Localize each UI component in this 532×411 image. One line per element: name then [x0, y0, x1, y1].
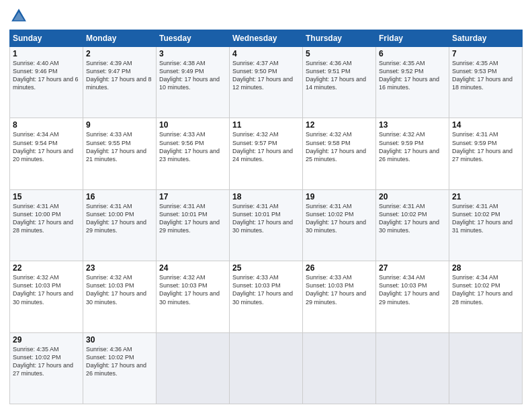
day-info: Sunrise: 4:37 AMSunset: 9:50 PMDaylight:… [232, 59, 300, 92]
day-number: 2 [86, 49, 153, 58]
day-info: Sunrise: 4:34 AMSunset: 10:02 PMDaylight… [452, 273, 519, 306]
day-number: 26 [306, 263, 373, 273]
calendar-cell [157, 332, 230, 404]
day-info: Sunrise: 4:39 AMSunset: 9:47 PMDaylight:… [86, 59, 153, 92]
calendar-cell [303, 332, 376, 404]
day-info: Sunrise: 4:31 AMSunset: 10:00 PMDaylight… [86, 202, 153, 235]
calendar-cell [376, 332, 449, 404]
weekday-header: Sunday [10, 30, 83, 47]
calendar-cell: 17Sunrise: 4:31 AMSunset: 10:01 PMDaylig… [157, 189, 230, 261]
day-number: 17 [159, 192, 226, 201]
day-info: Sunrise: 4:32 AMSunset: 10:03 PMDaylight… [159, 273, 226, 306]
calendar-cell: 28Sunrise: 4:34 AMSunset: 10:02 PMDaylig… [449, 261, 523, 332]
day-number: 28 [452, 263, 519, 273]
day-number: 27 [379, 263, 446, 273]
weekday-header: Tuesday [157, 30, 230, 47]
calendar-cell: 21Sunrise: 4:31 AMSunset: 10:02 PMDaylig… [449, 189, 523, 261]
weekday-header: Thursday [303, 30, 376, 47]
day-info: Sunrise: 4:32 AMSunset: 9:59 PMDaylight:… [379, 130, 446, 163]
calendar-cell: 10Sunrise: 4:33 AMSunset: 9:56 PMDayligh… [157, 118, 230, 189]
calendar-cell: 4Sunrise: 4:37 AMSunset: 9:50 PMDaylight… [230, 47, 303, 118]
day-info: Sunrise: 4:40 AMSunset: 9:46 PMDaylight:… [13, 59, 80, 92]
calendar-cell: 24Sunrise: 4:32 AMSunset: 10:03 PMDaylig… [157, 261, 230, 332]
day-number: 14 [452, 120, 519, 130]
day-number: 7 [452, 49, 519, 58]
day-number: 9 [86, 120, 153, 130]
day-number: 3 [159, 49, 226, 58]
day-info: Sunrise: 4:31 AMSunset: 9:59 PMDaylight:… [452, 130, 519, 163]
page: SundayMondayTuesdayWednesdayThursdayFrid… [0, 0, 532, 411]
calendar-cell: 15Sunrise: 4:31 AMSunset: 10:00 PMDaylig… [10, 189, 83, 261]
day-info: Sunrise: 4:31 AMSunset: 10:01 PMDaylight… [159, 202, 226, 235]
day-info: Sunrise: 4:32 AMSunset: 10:03 PMDaylight… [13, 273, 80, 306]
calendar-cell: 27Sunrise: 4:34 AMSunset: 10:03 PMDaylig… [376, 261, 449, 332]
day-number: 29 [13, 335, 80, 345]
day-number: 8 [13, 120, 80, 130]
day-info: Sunrise: 4:32 AMSunset: 10:03 PMDaylight… [86, 273, 153, 306]
day-info: Sunrise: 4:31 AMSunset: 10:02 PMDaylight… [306, 202, 373, 235]
day-number: 6 [379, 49, 446, 58]
calendar-cell: 7Sunrise: 4:35 AMSunset: 9:53 PMDaylight… [449, 47, 523, 118]
calendar-cell: 3Sunrise: 4:38 AMSunset: 9:49 PMDaylight… [157, 47, 230, 118]
calendar-cell: 5Sunrise: 4:36 AMSunset: 9:51 PMDaylight… [303, 47, 376, 118]
day-info: Sunrise: 4:32 AMSunset: 9:57 PMDaylight:… [232, 130, 300, 163]
calendar-cell: 25Sunrise: 4:33 AMSunset: 10:03 PMDaylig… [230, 261, 303, 332]
day-number: 18 [232, 192, 300, 201]
weekday-header: Wednesday [230, 30, 303, 47]
calendar-cell: 6Sunrise: 4:35 AMSunset: 9:52 PMDaylight… [376, 47, 449, 118]
day-info: Sunrise: 4:36 AMSunset: 10:02 PMDaylight… [86, 345, 153, 378]
day-info: Sunrise: 4:31 AMSunset: 10:01 PMDaylight… [232, 202, 300, 235]
day-number: 19 [306, 192, 373, 201]
logo-icon [9, 7, 28, 26]
calendar-cell [449, 332, 523, 404]
day-number: 24 [159, 263, 226, 273]
day-number: 15 [13, 192, 80, 201]
calendar-cell: 12Sunrise: 4:32 AMSunset: 9:58 PMDayligh… [303, 118, 376, 189]
calendar-cell: 14Sunrise: 4:31 AMSunset: 9:59 PMDayligh… [449, 118, 523, 189]
calendar-cell: 9Sunrise: 4:33 AMSunset: 9:55 PMDaylight… [83, 118, 157, 189]
calendar-cell: 8Sunrise: 4:34 AMSunset: 9:54 PMDaylight… [10, 118, 83, 189]
day-info: Sunrise: 4:38 AMSunset: 9:49 PMDaylight:… [159, 59, 226, 92]
day-info: Sunrise: 4:35 AMSunset: 10:02 PMDaylight… [13, 345, 80, 378]
calendar-table: SundayMondayTuesdayWednesdayThursdayFrid… [9, 30, 523, 404]
day-number: 12 [306, 120, 373, 130]
day-info: Sunrise: 4:32 AMSunset: 9:58 PMDaylight:… [306, 130, 373, 163]
day-number: 4 [232, 49, 300, 58]
day-number: 30 [86, 335, 153, 345]
day-number: 23 [86, 263, 153, 273]
day-number: 10 [159, 120, 226, 130]
day-info: Sunrise: 4:35 AMSunset: 9:52 PMDaylight:… [379, 59, 446, 92]
day-number: 11 [232, 120, 300, 130]
calendar-cell: 19Sunrise: 4:31 AMSunset: 10:02 PMDaylig… [303, 189, 376, 261]
day-info: Sunrise: 4:33 AMSunset: 9:55 PMDaylight:… [86, 130, 153, 163]
calendar-cell: 22Sunrise: 4:32 AMSunset: 10:03 PMDaylig… [10, 261, 83, 332]
day-number: 25 [232, 263, 300, 273]
weekday-header: Monday [83, 30, 157, 47]
day-info: Sunrise: 4:34 AMSunset: 10:03 PMDaylight… [379, 273, 446, 306]
calendar-cell: 30Sunrise: 4:36 AMSunset: 10:02 PMDaylig… [83, 332, 157, 404]
calendar-cell: 18Sunrise: 4:31 AMSunset: 10:01 PMDaylig… [230, 189, 303, 261]
day-info: Sunrise: 4:31 AMSunset: 10:00 PMDaylight… [13, 202, 80, 235]
calendar-cell: 11Sunrise: 4:32 AMSunset: 9:57 PMDayligh… [230, 118, 303, 189]
day-info: Sunrise: 4:31 AMSunset: 10:02 PMDaylight… [379, 202, 446, 235]
calendar-cell: 13Sunrise: 4:32 AMSunset: 9:59 PMDayligh… [376, 118, 449, 189]
logo [9, 7, 31, 26]
day-number: 1 [13, 49, 80, 58]
day-number: 5 [306, 49, 373, 58]
calendar-cell: 20Sunrise: 4:31 AMSunset: 10:02 PMDaylig… [376, 189, 449, 261]
day-info: Sunrise: 4:31 AMSunset: 10:02 PMDaylight… [452, 202, 519, 235]
calendar-cell: 26Sunrise: 4:33 AMSunset: 10:03 PMDaylig… [303, 261, 376, 332]
day-number: 21 [452, 192, 519, 201]
calendar-cell: 1Sunrise: 4:40 AMSunset: 9:46 PMDaylight… [10, 47, 83, 118]
weekday-header: Friday [376, 30, 449, 47]
day-info: Sunrise: 4:34 AMSunset: 9:54 PMDaylight:… [13, 130, 80, 163]
day-info: Sunrise: 4:36 AMSunset: 9:51 PMDaylight:… [306, 59, 373, 92]
day-info: Sunrise: 4:33 AMSunset: 10:03 PMDaylight… [232, 273, 300, 306]
day-number: 13 [379, 120, 446, 130]
header [9, 7, 523, 26]
day-number: 20 [379, 192, 446, 201]
day-number: 16 [86, 192, 153, 201]
day-info: Sunrise: 4:33 AMSunset: 10:03 PMDaylight… [306, 273, 373, 306]
day-number: 22 [13, 263, 80, 273]
calendar-cell: 23Sunrise: 4:32 AMSunset: 10:03 PMDaylig… [83, 261, 157, 332]
